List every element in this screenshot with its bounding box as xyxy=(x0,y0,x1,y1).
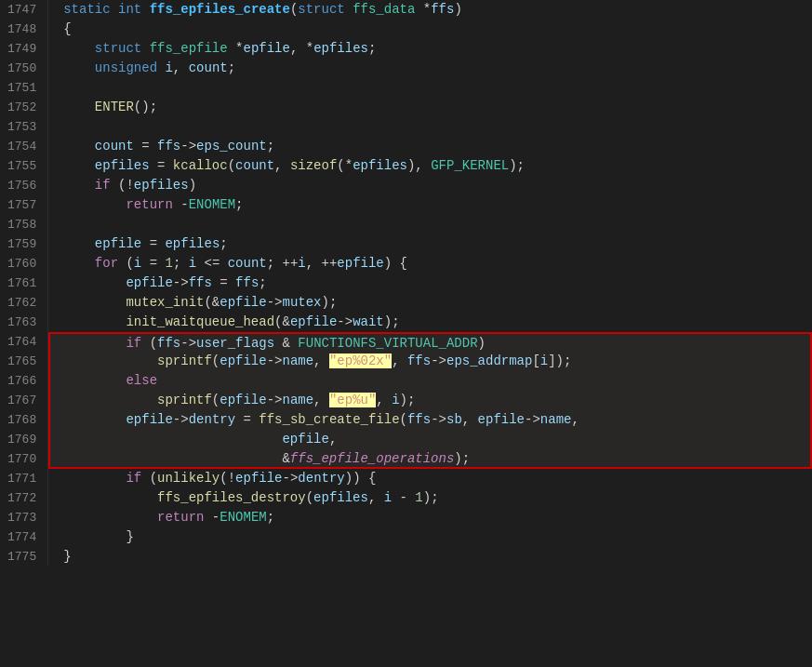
keyword-if-1: if xyxy=(95,178,111,193)
line-num-1757: 1757 xyxy=(7,195,36,215)
var-i-3: i xyxy=(298,256,305,271)
line-numbers: 1747 1748 1749 1750 1751 1752 1753 1754 … xyxy=(0,0,48,567)
code-line-1772: ffs_epfiles_destroy(epfiles, i - 1); xyxy=(63,488,812,508)
keyword-static: static xyxy=(63,2,110,17)
code-line-1758 xyxy=(63,215,812,234)
field-name-3: name xyxy=(540,412,572,427)
code-line-1774: } xyxy=(63,527,812,547)
fn-init-waitqueue: init_waitqueue_head xyxy=(126,314,274,329)
code-line-1773: return -ENOMEM; xyxy=(63,508,812,527)
code-line-1749: struct ffs_epfile *epfile, *epfiles; xyxy=(63,39,812,59)
field-mutex: mutex xyxy=(283,295,322,310)
var-ffs-3: ffs xyxy=(157,336,180,351)
line-num-1763: 1763 xyxy=(7,313,36,332)
field-name-2: name xyxy=(283,393,314,407)
line-num-1752: 1752 xyxy=(7,98,36,117)
code-line-1753 xyxy=(63,117,812,137)
var-epfiles-1: epfiles xyxy=(95,158,150,173)
var-epfiles-2: epfiles xyxy=(134,178,189,193)
field-dentry-2: dentry xyxy=(298,471,344,486)
line-num-1772: 1772 xyxy=(7,488,36,508)
code-line-1751 xyxy=(63,78,812,98)
line-num-1771: 1771 xyxy=(7,469,36,488)
var-epfile-9: epfile xyxy=(478,412,525,427)
field-name-1: name xyxy=(283,354,314,368)
line-num-1761: 1761 xyxy=(7,273,36,293)
code-line-1760: for (i = 1; i <= count; ++i, ++epfile) { xyxy=(63,254,812,273)
macro-enomem-1: ENOMEM xyxy=(189,197,235,212)
code-container: 1747 1748 1749 1750 1751 1752 1753 1754 … xyxy=(0,0,812,567)
line-num-1755: 1755 xyxy=(7,156,36,176)
code-line-1747: static int ffs_epfiles_create(struct ffs… xyxy=(63,0,812,20)
code-lines: static int ffs_epfiles_create(struct ffs… xyxy=(48,0,812,567)
var-epfile-1: epfile xyxy=(95,236,141,251)
keyword-struct-1: struct xyxy=(298,2,344,17)
arg-epfiles-2: epfiles xyxy=(313,490,368,505)
code-line-1766: else xyxy=(48,371,812,391)
code-line-1775: } xyxy=(63,547,812,567)
var-i-2: i xyxy=(189,256,196,271)
str-epu: "ep%u" xyxy=(329,393,376,407)
keyword-unsigned: unsigned xyxy=(95,60,157,75)
fn-sprintf-1: sprintf xyxy=(157,354,212,368)
line-num-1775: 1775 xyxy=(7,547,36,567)
arg-count: count xyxy=(235,158,274,173)
code-line-1761: epfile->ffs = ffs; xyxy=(63,273,812,293)
keyword-for: for xyxy=(95,256,118,271)
param-i: i xyxy=(165,60,172,75)
code-line-1764: if (ffs->user_flags & FUNCTIONFS_VIRTUAL… xyxy=(48,332,812,352)
fn-ffs-sb-create-file: ffs_sb_create_file xyxy=(259,412,399,427)
keyword-struct-2: struct xyxy=(95,41,141,56)
code-line-1771: if (unlikely(!epfile->dentry)) { xyxy=(63,469,812,488)
fn-enter: ENTER xyxy=(95,100,134,114)
line-num-1750: 1750 xyxy=(7,59,36,78)
var-ffs-2: ffs xyxy=(235,275,259,290)
var-ffs-5: ffs xyxy=(407,412,431,427)
line-num-1770: 1770 xyxy=(7,449,36,469)
param-epfile: epfile xyxy=(243,41,289,56)
var-epfile-2: epfile xyxy=(337,256,383,271)
var-count-1: count xyxy=(95,139,134,153)
var-ffs-1: ffs xyxy=(157,139,180,153)
line-num-1767: 1767 xyxy=(7,391,36,410)
macro-enomem-2: ENOMEM xyxy=(220,510,266,525)
line-num-1754: 1754 xyxy=(7,137,36,156)
field-ffs: ffs xyxy=(189,275,212,290)
num-1: 1 xyxy=(165,256,172,271)
line-num-1768: 1768 xyxy=(7,410,36,430)
var-epfile-11: epfile xyxy=(235,471,282,486)
code-line-1750: unsigned i, count; xyxy=(63,59,812,78)
var-i-1: i xyxy=(134,256,141,271)
code-line-1763: init_waitqueue_head(&epfile->wait); xyxy=(63,313,812,332)
var-ffs-4: ffs xyxy=(407,354,431,368)
code-line-1748: { xyxy=(63,20,812,39)
code-line-1759: epfile = epfiles; xyxy=(63,234,812,254)
code-line-1762: mutex_init(&epfile->mutex); xyxy=(63,293,812,313)
line-num-1760: 1760 xyxy=(7,254,36,273)
field-wait: wait xyxy=(353,314,384,329)
num-minus-1: 1 xyxy=(415,490,422,505)
code-line-1768: epfile->dentry = ffs_sb_create_file(ffs-… xyxy=(48,410,812,430)
code-line-1765: sprintf(epfile->name, "ep%02x", ffs->eps… xyxy=(48,352,812,371)
fn-ffs-epfiles-destroy: ffs_epfiles_destroy xyxy=(157,490,306,505)
code-line-1755: epfiles = kcalloc(count, sizeof(*epfiles… xyxy=(63,156,812,176)
line-num-1756: 1756 xyxy=(7,176,36,195)
fn-unlikely: unlikely xyxy=(157,471,220,486)
field-eps-count: eps_count xyxy=(196,139,267,153)
code-line-1767: sprintf(epfile->name, "ep%u", i); xyxy=(48,391,812,410)
fn-kcalloc: kcalloc xyxy=(173,158,228,173)
str-ep02x: "ep%02x" xyxy=(329,354,392,368)
param-count: count xyxy=(189,60,228,75)
param-ffs-1: ffs xyxy=(431,2,454,17)
var-epfile-3: epfile xyxy=(126,275,172,290)
keyword-return-2: return xyxy=(157,510,204,525)
line-num-1764: 1764 xyxy=(7,332,36,352)
keyword-if-3: if xyxy=(126,471,141,486)
var-epfile-5: epfile xyxy=(290,314,337,329)
var-epfile-4: epfile xyxy=(220,295,266,310)
line-num-1748: 1748 xyxy=(7,20,36,39)
line-num-1773: 1773 xyxy=(7,508,36,527)
line-num-1774: 1774 xyxy=(7,527,36,547)
keyword-int: int xyxy=(118,2,141,17)
var-i-5: i xyxy=(392,393,399,407)
